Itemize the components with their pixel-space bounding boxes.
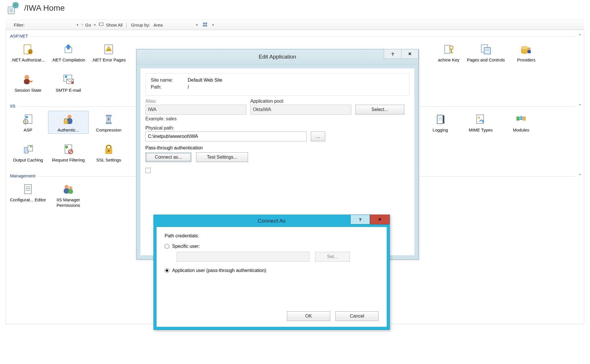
ssl-icon (102, 142, 116, 156)
specific-user-radio-row[interactable]: Specific user: (165, 244, 379, 249)
go-dropdown-icon[interactable]: ▾ (94, 23, 96, 27)
feature-config-editor[interactable]: Configurat... Editor (8, 181, 48, 209)
feature-session-state[interactable]: Session State (8, 71, 48, 94)
session-state-icon (21, 73, 35, 87)
feature-label: Providers (507, 57, 546, 63)
alias-input (145, 105, 246, 115)
test-settings-button[interactable]: Test Settings... (196, 152, 248, 162)
dialog-titlebar: Edit Application ? ✕ (136, 49, 418, 64)
feature-label: .NET Authorizat... (8, 57, 48, 63)
svg-point-70 (108, 150, 110, 152)
browse-button[interactable]: ... (311, 132, 325, 141)
svg-rect-48 (106, 122, 112, 124)
feature-net-error-pages[interactable]: 404 .NET Error Pages (89, 41, 129, 64)
svg-rect-31 (527, 50, 531, 53)
close-button[interactable]: ✕ (401, 49, 418, 59)
select-app-pool-button[interactable]: Select... (355, 105, 404, 115)
group-by-value[interactable]: Area (153, 22, 163, 27)
svg-rect-10 (203, 25, 205, 27)
filter-dropdown-icon[interactable]: ▾ (77, 23, 78, 27)
show-all-button[interactable]: Show All (106, 22, 123, 27)
filter-input[interactable] (28, 22, 74, 28)
feature-label: Authentic... (49, 127, 88, 133)
svg-rect-49 (108, 118, 109, 121)
svg-point-32 (25, 75, 29, 80)
feature-request-filtering[interactable]: Request Filtering (48, 141, 89, 164)
funnel-icon: ▿ (81, 22, 84, 27)
passthrough-auth-label: Pass-through authentication (145, 145, 409, 151)
site-name-value: Default Web Site (188, 78, 222, 83)
go-button[interactable]: Go (85, 22, 91, 27)
svg-rect-8 (203, 22, 205, 24)
set-button: Set... (315, 252, 350, 262)
groupby-dropdown-icon[interactable]: ▾ (196, 23, 198, 27)
mime-icon (474, 112, 488, 126)
connect-dialog-titlebar: Connect As ? ✕ (154, 215, 390, 227)
pages-controls-icon (479, 42, 493, 56)
collapse-management-icon[interactable]: ˄ (579, 173, 581, 179)
feature-iis-manager-permissions[interactable]: IIS Manager Permissions (48, 181, 89, 209)
authorization-icon (21, 42, 35, 56)
feature-ssl-settings[interactable]: SSL Settings (89, 141, 129, 164)
feature-providers[interactable]: Providers (506, 41, 546, 64)
feature-output-caching[interactable]: Output Caching (8, 141, 48, 164)
feature-label: IIS Manager Permissions (49, 197, 88, 208)
app-pool-input (250, 105, 351, 115)
feature-smtp-email[interactable]: SMTP E-mail (48, 71, 89, 94)
view-dropdown-arrow[interactable]: ▾ (212, 23, 214, 27)
feature-label: Session State (8, 88, 48, 93)
svg-rect-71 (25, 185, 31, 194)
feature-label: Logging (421, 127, 460, 133)
feature-authentication[interactable]: Authentic... (48, 111, 89, 134)
feature-mime-types[interactable]: MIME Types (461, 111, 501, 134)
error-pages-icon: 404 (102, 42, 116, 56)
group-aspnet-label: ASP.NET (10, 33, 31, 38)
connect-as-button[interactable]: Connect as... (145, 152, 191, 162)
machinekey-icon (442, 42, 456, 56)
feature-compression[interactable]: Compression (89, 111, 129, 134)
feature-asp[interactable]: ASP (8, 111, 48, 134)
svg-rect-78 (68, 189, 73, 194)
ok-button[interactable]: OK (287, 311, 330, 321)
feature-net-authorization[interactable]: .NET Authorizat... (8, 41, 48, 64)
cancel-button[interactable]: Cancel (335, 311, 379, 321)
compression-icon (102, 112, 116, 126)
application-user-radio-row[interactable]: Application user (pass-through authentic… (165, 268, 379, 273)
feature-label: Compression (89, 127, 128, 133)
view-dropdown[interactable] (203, 22, 208, 27)
help-button[interactable]: ? (384, 49, 401, 59)
group-management-label: Management (10, 173, 38, 178)
radio-checked-icon (165, 268, 169, 273)
physical-path-input[interactable] (145, 132, 307, 141)
svg-point-29 (521, 46, 528, 49)
feature-machine-key[interactable]: achine Key (432, 41, 466, 64)
authentication-icon (61, 112, 75, 126)
svg-point-63 (30, 146, 32, 147)
group-iis-label: IIS (10, 104, 18, 108)
feature-label: achine Key (432, 57, 465, 63)
feature-modules[interactable]: Modules (501, 111, 541, 134)
svg-rect-33 (24, 79, 30, 84)
request-filtering-icon (61, 142, 75, 156)
feature-logging[interactable]: Logging (420, 111, 461, 134)
feature-net-compilation[interactable]: .NET Compilation (48, 41, 89, 64)
group-by-label: Group by: (131, 22, 150, 27)
svg-text:404: 404 (107, 49, 110, 51)
svg-point-57 (482, 121, 484, 123)
collapse-aspnet-icon[interactable]: ˄ (579, 33, 581, 39)
connect-close-button[interactable]: ✕ (370, 215, 390, 224)
connect-help-button[interactable]: ? (350, 215, 370, 224)
manager-permissions-icon (61, 182, 75, 196)
enable-preload-checkbox[interactable] (145, 168, 151, 173)
app-icon (7, 2, 20, 14)
svg-rect-58 (516, 117, 519, 121)
svg-rect-9 (205, 22, 207, 24)
filter-label: Filter: (14, 22, 25, 27)
providers-icon (519, 42, 533, 56)
feature-label: Pages and Controls (466, 57, 506, 63)
feature-label: .NET Error Pages (89, 57, 128, 63)
feature-label: Output Caching (8, 157, 48, 163)
path-value: / (188, 85, 189, 90)
feature-pages-controls[interactable]: Pages and Controls (466, 41, 506, 64)
collapse-iis-icon[interactable]: ˄ (579, 104, 581, 109)
